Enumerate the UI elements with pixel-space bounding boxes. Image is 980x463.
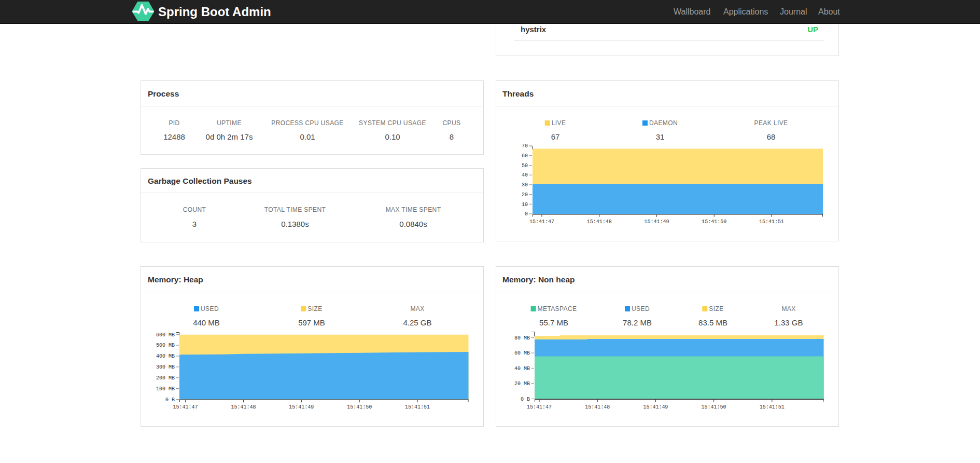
svg-text:15:41:47: 15:41:47 xyxy=(529,219,554,225)
svg-text:100 MB: 100 MB xyxy=(156,386,175,391)
svg-text:300 MB: 300 MB xyxy=(156,364,175,370)
svg-text:200 MB: 200 MB xyxy=(156,375,175,381)
svg-text:15:41:47: 15:41:47 xyxy=(173,404,198,410)
svg-text:15:41:50: 15:41:50 xyxy=(347,404,372,410)
svg-text:60 MB: 60 MB xyxy=(514,350,530,356)
svg-text:70: 70 xyxy=(522,143,528,149)
svg-text:15:41:49: 15:41:49 xyxy=(289,404,314,410)
svg-text:20: 20 xyxy=(522,192,528,198)
svg-text:20 MB: 20 MB xyxy=(514,381,530,387)
svg-text:0 B: 0 B xyxy=(521,397,530,402)
svg-text:80 MB: 80 MB xyxy=(514,335,530,341)
svg-text:0 B: 0 B xyxy=(165,397,175,402)
svg-text:15:41:51: 15:41:51 xyxy=(759,219,784,225)
svg-text:30: 30 xyxy=(522,182,528,188)
svg-text:15:41:50: 15:41:50 xyxy=(701,404,726,410)
svg-text:40 MB: 40 MB xyxy=(514,366,530,372)
svg-text:15:41:51: 15:41:51 xyxy=(405,404,430,410)
svg-text:15:41:48: 15:41:48 xyxy=(585,404,610,410)
svg-text:50: 50 xyxy=(522,163,528,169)
svg-text:40: 40 xyxy=(522,172,528,178)
svg-text:0: 0 xyxy=(525,211,528,217)
svg-text:15:41:51: 15:41:51 xyxy=(759,404,784,410)
svg-text:10: 10 xyxy=(522,202,528,208)
svg-text:500 MB: 500 MB xyxy=(156,343,175,348)
svg-text:15:41:47: 15:41:47 xyxy=(527,404,552,410)
svg-text:15:41:48: 15:41:48 xyxy=(231,404,256,410)
svg-text:15:41:49: 15:41:49 xyxy=(644,219,669,225)
svg-text:15:41:49: 15:41:49 xyxy=(643,404,668,410)
svg-text:600 MB: 600 MB xyxy=(156,332,175,337)
svg-text:400 MB: 400 MB xyxy=(156,353,175,359)
svg-text:60: 60 xyxy=(522,153,528,159)
svg-text:15:41:48: 15:41:48 xyxy=(587,219,612,225)
svg-text:15:41:50: 15:41:50 xyxy=(702,219,726,225)
